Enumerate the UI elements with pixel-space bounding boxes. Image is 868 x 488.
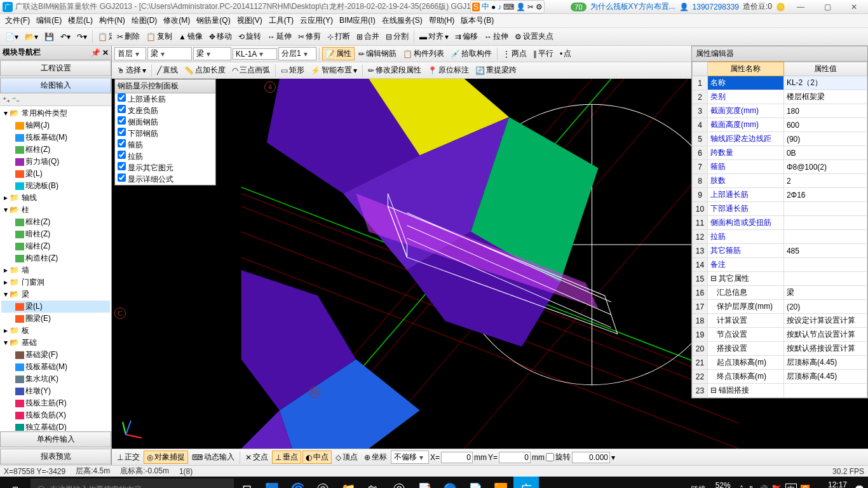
component-tree[interactable]: ▾ 📂 常用构件类型 轴网(J) 筏板基础(M) 框柱(Z) 剪力墙(Q) 梁(…: [0, 106, 111, 431]
setclamp-button[interactable]: ⚙设置夹点: [512, 30, 556, 43]
menu-floor[interactable]: 楼层(L): [65, 14, 95, 27]
menu-file[interactable]: 文件(F): [3, 14, 32, 27]
prop-row[interactable]: 5轴线距梁左边线距(90): [693, 132, 867, 146]
pick-button[interactable]: 💉拾取构件: [448, 47, 494, 60]
prop-row[interactable]: 18 计算设置按设定计算设置计算: [693, 314, 867, 328]
tree-item[interactable]: 端柱(Z): [1, 240, 110, 252]
tree-item[interactable]: 圈梁(E): [1, 313, 110, 325]
offset-button[interactable]: ⇉偏移: [452, 30, 480, 43]
prop-row[interactable]: 6跨数量0B: [693, 146, 867, 160]
task-app5[interactable]: 📄: [463, 477, 488, 488]
origlabel-button[interactable]: 📍原位标注: [425, 64, 471, 77]
break-button[interactable]: ⊹打断: [325, 30, 353, 43]
prop-row[interactable]: 2类别楼层框架梁: [693, 90, 867, 104]
tray-up-icon[interactable]: ˄: [740, 485, 743, 488]
menu-cloud[interactable]: 云应用(Y): [297, 14, 336, 27]
rebar-checkbox[interactable]: 下部钢筋: [115, 128, 215, 139]
maximize-button[interactable]: ▢: [816, 0, 839, 14]
x-input[interactable]: [441, 452, 473, 463]
rebar-checkbox[interactable]: 显示其它图元: [115, 162, 215, 173]
task-ie[interactable]: ⓔ: [386, 477, 412, 488]
layer-dropdown[interactable]: 分层1: [278, 47, 316, 60]
offset-mode-dropdown[interactable]: 不偏移: [391, 451, 429, 464]
tree-item[interactable]: 框柱(Z): [1, 144, 110, 156]
twopoint-button[interactable]: ⋮两点: [500, 47, 529, 60]
menu-tool[interactable]: 工具(T): [266, 14, 296, 27]
prop-row[interactable]: 1名称KL-2（2）: [693, 76, 867, 90]
copy-button[interactable]: 📋复制: [144, 30, 175, 43]
menu-rebar[interactable]: 钢筋量(Q): [194, 14, 233, 27]
menu-bim[interactable]: BIM应用(I): [337, 14, 378, 27]
memberlist-button[interactable]: 📋构件列表: [400, 47, 447, 60]
prop-row[interactable]: 17 保护层厚度(mm)(20): [693, 300, 867, 314]
tree-item[interactable]: 构造柱(Z): [1, 252, 110, 264]
save-button[interactable]: 💾: [42, 31, 57, 43]
tree-item[interactable]: 筏板负筋(X): [1, 409, 110, 421]
tree-item[interactable]: 集水坑(K): [1, 373, 110, 385]
tree-item[interactable]: 筏板基础(M): [1, 132, 110, 144]
ortho-toggle[interactable]: ⊥正交: [114, 451, 142, 464]
tray-net-icon[interactable]: 🖧: [747, 485, 755, 488]
tree-item[interactable]: 筏板基础(M): [1, 361, 110, 373]
undo-button[interactable]: ↶▾: [58, 31, 73, 43]
line-button[interactable]: ╱直线: [154, 64, 180, 77]
close-button[interactable]: ✕: [843, 0, 865, 14]
prop-row[interactable]: 16 汇总信息梁: [693, 286, 867, 300]
windows-taskbar[interactable]: ⊞ ◯ 在这里输入你要搜索的内容 ⊡ 🟦 🌀 ⓔ 📁 🛍 ⓔ 📑 🔵 📄 🟧 广…: [0, 477, 868, 488]
tray-vol-icon[interactable]: 🔊: [759, 485, 768, 488]
tree-item[interactable]: 剪力墙(Q): [1, 156, 110, 168]
rebar-checkbox[interactable]: 上部通长筋: [115, 93, 215, 105]
task-app4[interactable]: 🔵: [437, 477, 463, 488]
point-button[interactable]: •点: [557, 47, 574, 60]
merge-button[interactable]: ⊞合并: [354, 30, 382, 43]
menu-online[interactable]: 在线服务(S): [379, 14, 425, 27]
rebar-checkbox[interactable]: 支座负筋: [115, 105, 215, 116]
task-app1[interactable]: 🟦: [259, 477, 285, 488]
rotate-input[interactable]: [572, 452, 610, 463]
prop-row[interactable]: 23⊟ 锚固搭接: [693, 384, 867, 398]
rect-button[interactable]: ▭矩形: [278, 64, 307, 77]
prop-row[interactable]: 10下部通长筋: [693, 202, 867, 216]
draw-input-button[interactable]: 绘图输入: [0, 78, 111, 93]
task-app6[interactable]: 🟧: [488, 477, 513, 488]
task-app3[interactable]: 📑: [412, 477, 437, 488]
osnap-toggle[interactable]: ◎对象捕捉: [144, 451, 188, 464]
tray-notif-icon[interactable]: 💬: [855, 485, 864, 488]
align-button[interactable]: ▬对齐▾: [417, 30, 451, 43]
tree-item[interactable]: ▾ 📂 基础: [1, 337, 110, 349]
prop-row[interactable]: 9上部通长筋2Φ16: [693, 188, 867, 202]
modbeam-button[interactable]: ✏修改梁段属性: [365, 64, 424, 77]
prop-row[interactable]: 11侧面构造或受扭筋: [693, 216, 867, 230]
new-button[interactable]: 📄▾: [3, 31, 21, 43]
open-button[interactable]: 📂▾: [22, 31, 41, 43]
task-edge[interactable]: ⓔ: [310, 477, 336, 488]
smart-button[interactable]: ⚡智能布置▾: [308, 64, 360, 77]
tree-item[interactable]: 暗柱(Z): [1, 228, 110, 240]
parallel-button[interactable]: ∥平行: [531, 47, 556, 60]
move-button[interactable]: ✥移动: [207, 30, 234, 43]
member-dropdown[interactable]: KL-1A: [233, 48, 277, 60]
editrebar-button[interactable]: ✏编辑钢筋: [356, 47, 399, 60]
menu-member[interactable]: 构件(N): [97, 14, 128, 27]
menu-help[interactable]: 帮助(H): [426, 14, 458, 27]
tree-item[interactable]: 梁(L): [1, 301, 110, 313]
prop-row[interactable]: 8肢数2: [693, 174, 867, 188]
mid-snap[interactable]: ◐中点: [302, 451, 332, 464]
stretch-button[interactable]: ↔拉伸: [482, 30, 511, 43]
task-store[interactable]: 🛍: [361, 477, 386, 488]
delete-button[interactable]: ✂删除: [114, 30, 142, 43]
task-app2[interactable]: 🌀: [285, 477, 310, 488]
taskview-icon[interactable]: ⊡: [234, 477, 259, 488]
category-dropdown[interactable]: 梁: [147, 47, 192, 60]
vert-snap[interactable]: ◇顶点: [333, 451, 360, 464]
pin-icon[interactable]: 📌 ✕: [91, 48, 109, 57]
property-editor[interactable]: 属性编辑器 属性名称属性值 1名称KL-2（2）2类别楼层框架梁3截面宽度(mm…: [691, 46, 868, 398]
menu-edit[interactable]: 编辑(E): [34, 14, 64, 27]
prop-row[interactable]: 7箍筋Φ8@100(2): [693, 160, 867, 174]
tray-ime2[interactable]: S: [801, 485, 810, 488]
prop-row[interactable]: 22 终点顶标高(m)层顶标高(4.45): [693, 370, 867, 384]
tree-item[interactable]: 框柱(Z): [1, 216, 110, 228]
tree-item[interactable]: 轴网(J): [1, 119, 110, 132]
tree-item[interactable]: ▸ 📁 板: [1, 325, 110, 337]
unit-input-button[interactable]: 单构件输入: [0, 431, 111, 447]
